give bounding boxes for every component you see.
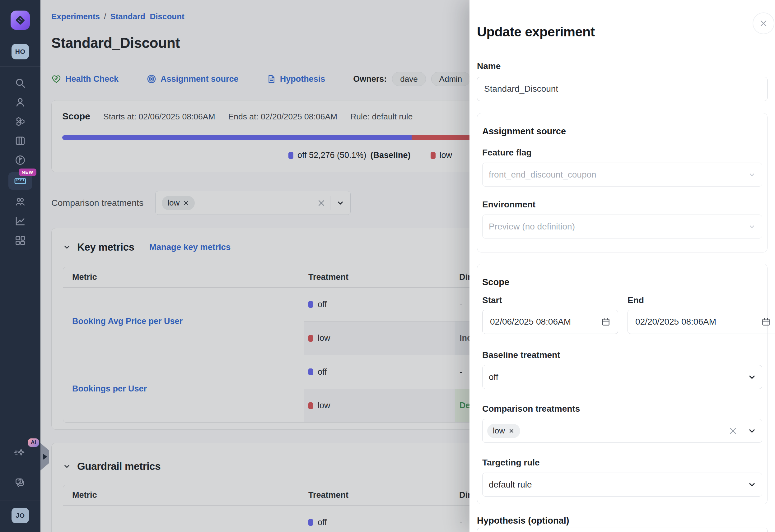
clear-selection-icon[interactable] <box>724 427 742 435</box>
key-metrics-title: Key metrics <box>77 241 134 253</box>
start-date-value: 02/06/2025 08:06AM <box>490 317 571 327</box>
environment-value: Preview (no definition) <box>489 222 575 232</box>
chip-remove-icon[interactable] <box>508 428 515 434</box>
targeting-rule-value: default rule <box>489 480 532 490</box>
owners-label: Owners: <box>353 74 387 84</box>
targeting-rule-select[interactable]: default rule <box>482 473 762 497</box>
breadcrumb-current-link[interactable]: Standard_Discount <box>110 12 184 21</box>
search-icon[interactable] <box>8 73 32 93</box>
feature-flag-label: Feature flag <box>482 148 762 158</box>
hypothesis-label: Hypothesis <box>280 74 325 84</box>
drawer-title: Update experiment <box>477 24 768 39</box>
collapse-chevron-icon[interactable] <box>63 243 71 251</box>
assignment-source-label: Assignment source <box>160 74 239 84</box>
name-label: Name <box>477 61 768 71</box>
comparison-treatments-select[interactable]: low <box>155 191 350 215</box>
logo-mark-icon <box>14 14 26 26</box>
owner-pill[interactable]: dave <box>392 72 426 86</box>
ruler-icon <box>14 176 27 186</box>
baseline-treatment-label: Baseline treatment <box>482 350 762 360</box>
new-badge: NEW <box>19 169 36 176</box>
columns-icon[interactable] <box>8 131 32 150</box>
end-label: End <box>628 295 775 305</box>
user-avatar[interactable]: JO <box>12 508 29 523</box>
hypothesis-link[interactable]: Hypothesis <box>267 74 325 84</box>
chevron-down-icon <box>742 223 762 230</box>
divider <box>0 37 40 37</box>
support-chat-icon[interactable] <box>8 473 32 493</box>
workspace-avatar[interactable]: HO <box>12 44 29 59</box>
close-icon[interactable] <box>753 12 774 34</box>
ai-assistant-icon[interactable]: AI <box>8 443 32 463</box>
low-swatch <box>308 402 313 409</box>
collapse-chevron-icon[interactable] <box>63 462 71 470</box>
start-label: Start <box>482 295 618 305</box>
clear-selection-icon[interactable] <box>313 199 330 207</box>
owner-pill[interactable]: Admin <box>431 72 471 86</box>
chevron-down-icon[interactable] <box>742 480 762 489</box>
users-icon[interactable] <box>8 93 32 112</box>
sidebar: HO <box>0 0 40 532</box>
hypothesis-heading: Hypothesis (optional) <box>477 516 768 526</box>
health-check-link[interactable]: Health Check <box>51 74 118 84</box>
bar-segment-off <box>62 135 412 140</box>
dashboards-icon[interactable] <box>8 231 32 250</box>
scope-ends: Ends at: 02/20/2025 08:06AM <box>228 112 337 122</box>
assignment-source-link[interactable]: Assignment source <box>146 74 239 84</box>
environment-select[interactable]: Preview (no definition) <box>482 215 762 238</box>
breadcrumb-separator: / <box>104 12 106 21</box>
legend-entry-low: low <box>431 150 453 160</box>
update-experiment-drawer: Update experiment Name Assignment source… <box>470 0 775 532</box>
analytics-icon[interactable] <box>8 211 32 231</box>
comparison-treatments-select[interactable]: low <box>482 419 762 443</box>
heart-check-icon <box>51 74 61 84</box>
column-header-metric: Metric <box>63 272 304 282</box>
off-swatch <box>288 152 293 159</box>
treatment-chip[interactable]: low <box>162 196 195 210</box>
caret-right-icon <box>43 454 47 460</box>
feature-flags-icon[interactable] <box>8 112 32 131</box>
ai-badge: AI <box>28 438 39 447</box>
feature-flag-select[interactable]: front_end_discount_coupon <box>482 163 762 187</box>
low-swatch <box>308 335 313 342</box>
off-swatch <box>308 519 313 526</box>
chevron-down-icon[interactable] <box>330 199 350 207</box>
breadcrumb-experiments-link[interactable]: Experiments <box>51 12 100 21</box>
chevron-down-icon[interactable] <box>742 373 762 382</box>
metric-link[interactable]: Bookings per User <box>72 384 147 394</box>
column-header-metric: Metric <box>63 490 304 500</box>
scope-card-title: Scope <box>62 111 90 122</box>
app-window: HO <box>0 0 775 532</box>
chip-label: low <box>167 198 179 208</box>
scope-heading: Scope <box>482 277 762 287</box>
hypothesis-textarea[interactable] <box>477 528 768 532</box>
off-swatch <box>308 368 313 375</box>
end-date-value: 02/20/2025 08:06AM <box>635 317 716 327</box>
baseline-treatment-value: off <box>489 372 499 382</box>
divider <box>0 66 40 67</box>
health-check-label: Health Check <box>65 74 118 84</box>
start-date-input[interactable]: 02/06/2025 08:06AM <box>482 310 618 334</box>
metric-link[interactable]: Booking Avg Price per User <box>72 317 183 326</box>
baseline-treatment-select[interactable]: off <box>482 365 762 389</box>
end-date-input[interactable]: 02/20/2025 08:06AM <box>628 310 775 334</box>
comparison-treatments-label: Comparison treatments <box>482 404 762 414</box>
targeting-rule-label: Targeting rule <box>482 458 762 468</box>
statsig-logo[interactable] <box>11 11 30 30</box>
assignment-source-section: Assignment source Feature flag front_end… <box>477 113 768 252</box>
manage-key-metrics-link[interactable]: Manage key metrics <box>149 242 230 252</box>
owners-group: Owners: dave Admin <box>353 72 470 86</box>
chevron-down-icon[interactable] <box>742 427 762 435</box>
sidebar-item-experiments-active[interactable]: NEW <box>8 172 32 190</box>
column-header-treatment: Treatment <box>304 272 455 282</box>
calendar-icon[interactable] <box>601 317 610 326</box>
off-swatch <box>308 301 313 308</box>
environment-label: Environment <box>482 200 762 210</box>
chip-remove-icon[interactable] <box>183 200 189 206</box>
audiences-icon[interactable] <box>8 192 32 211</box>
document-icon <box>267 74 276 84</box>
calendar-icon[interactable] <box>761 317 771 326</box>
name-input[interactable] <box>477 77 768 101</box>
releases-icon[interactable] <box>8 150 32 170</box>
treatment-chip[interactable]: low <box>487 424 520 438</box>
